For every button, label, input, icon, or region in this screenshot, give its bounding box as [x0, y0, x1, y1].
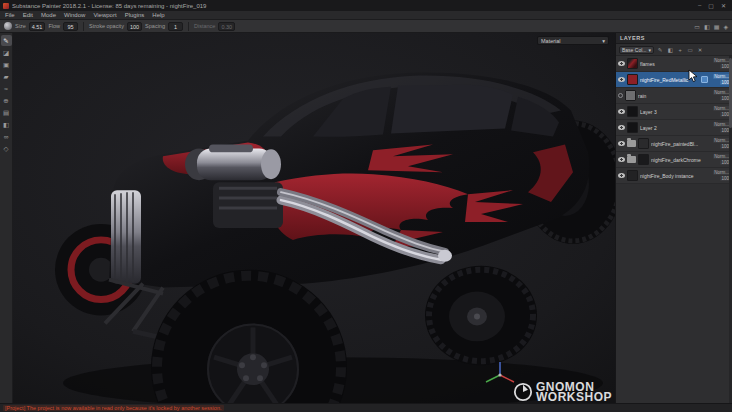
stroke-opacity-label: Stroke opacity [89, 23, 124, 29]
layer-name[interactable]: nightFire_paintedBl... [651, 141, 708, 147]
hotrod-render[interactable] [13, 33, 615, 403]
projection-tool[interactable]: ▣ [1, 59, 12, 70]
quick-mask-icon[interactable]: ◧ [704, 23, 710, 30]
mouse-cursor-icon [688, 69, 700, 83]
visibility-toggle-icon[interactable] [618, 173, 625, 178]
tool-sidebar: ✎ ◪ ▣ ▰ ≈ ⊕ ▤ ◧ ∞ ◇ [0, 33, 13, 403]
layer-name[interactable]: Layer 3 [640, 109, 708, 115]
blend-mode-dropdown[interactable]: Norm... [713, 74, 730, 79]
menu-viewport[interactable]: Viewport [93, 12, 116, 18]
3d-viewport[interactable]: Material ▾ GNOMON WORKSHOP [13, 33, 615, 403]
menu-mode[interactable]: Mode [41, 12, 56, 18]
blend-mode-dropdown[interactable]: Norm... [713, 58, 730, 63]
layer-row-nightfire-body-instance[interactable]: nightFire_Body instance Norm... 100 [616, 168, 732, 184]
flow-input[interactable]: 95 [63, 22, 78, 31]
status-bar: [Project] The project is now available i… [0, 403, 732, 412]
layer-thumbnail[interactable] [638, 154, 649, 165]
layer-thumbnail[interactable] [627, 106, 638, 117]
layer-thumbnail[interactable] [638, 138, 649, 149]
blend-mode-dropdown[interactable]: Norm... [713, 154, 730, 159]
layer-row-rain[interactable]: rain Norm... 100 [616, 88, 732, 104]
smudge-tool[interactable]: ≈ [1, 83, 12, 94]
symmetry-tool[interactable]: ∞ [1, 131, 12, 142]
add-folder-icon[interactable]: ▭ [686, 47, 694, 53]
menu-file[interactable]: File [5, 12, 15, 18]
layer-settings: Norm... 100 [710, 154, 730, 165]
blend-mode-dropdown[interactable]: Norm... [713, 90, 730, 95]
app-icon [3, 3, 9, 9]
camera-icon[interactable]: ◈ [723, 23, 728, 30]
visibility-toggle-icon[interactable] [618, 125, 625, 130]
layer-name[interactable]: Layer 2 [640, 125, 708, 131]
edit-mask-icon[interactable]: ✎ [656, 47, 664, 53]
stencil-icon[interactable]: ▭ [694, 23, 700, 30]
visibility-toggle-icon[interactable] [618, 109, 625, 114]
menu-help[interactable]: Help [152, 12, 164, 18]
size-label: Size [15, 23, 26, 29]
spacing-input[interactable]: 1 [168, 22, 183, 31]
blend-mode-dropdown[interactable]: Norm... [713, 122, 730, 127]
caret-down-icon: ▾ [602, 38, 605, 44]
stroke-opacity-input[interactable]: 100 [127, 22, 142, 31]
layer-row-flames[interactable]: flames Norm... 100 [616, 56, 732, 72]
brush-toolbar: Size 4.51 Flow 95 Stroke opacity 100 Spa… [0, 20, 732, 33]
add-layer-icon[interactable]: + [676, 47, 684, 53]
blend-mode-dropdown[interactable]: Norm... [713, 138, 730, 143]
maximize-button[interactable]: ▢ [708, 2, 714, 9]
polygon-fill-tool[interactable]: ▰ [1, 71, 12, 82]
layer-thumbnail[interactable] [627, 122, 638, 133]
eraser-tool[interactable]: ◪ [1, 47, 12, 58]
channel-dropdown[interactable]: Base Col... ▾ [619, 46, 654, 54]
menu-window[interactable]: Window [64, 12, 85, 18]
perspective-tool[interactable]: ◇ [1, 143, 12, 154]
size-input[interactable]: 4.51 [29, 22, 46, 31]
visibility-toggle-icon[interactable] [618, 157, 625, 162]
layer-name[interactable]: nightFire_darkChrome [651, 157, 708, 163]
layers-panel-toolbar: Base Col... ▾ ✎ ◧ + ▭ ✕ [616, 44, 732, 56]
window-controls: – ▢ ✕ [698, 2, 729, 9]
menu-bar: File Edit Mode Window Viewport Plugins H… [0, 11, 732, 20]
layers-panel: LAYERS Base Col... ▾ ✎ ◧ + ▭ ✕ flames [615, 33, 732, 403]
smudge-icon: ≈ [4, 85, 8, 92]
layer-thumbnail[interactable] [627, 58, 638, 69]
visibility-off-icon[interactable] [618, 93, 623, 98]
display-settings-icon[interactable]: ▦ [714, 23, 720, 30]
projection-icon: ▣ [3, 61, 9, 69]
visibility-toggle-icon[interactable] [618, 61, 625, 66]
layer-row-nightfire-redmetallic[interactable]: nightFire_RedMetallic Norm... 100 [616, 72, 732, 88]
layer-row-nightfire-darkchrome[interactable]: nightFire_darkChrome Norm... 100 [616, 152, 732, 168]
axis-gizmo[interactable] [483, 359, 517, 389]
clone-stamp-icon: ⊕ [3, 97, 8, 105]
gnomon-logo-icon [513, 382, 533, 402]
layer-row-layer-3[interactable]: Layer 3 Norm... 100 [616, 104, 732, 120]
blend-mode-dropdown[interactable]: Norm... [713, 106, 730, 111]
layer-name[interactable]: nightFire_Body instance [640, 173, 708, 179]
layer-row-layer-2[interactable]: Layer 2 Norm... 100 [616, 120, 732, 136]
blend-mode-dropdown[interactable]: Norm... [713, 170, 730, 175]
add-fill-icon[interactable]: ◧ [666, 47, 674, 53]
add-mask-button[interactable] [701, 76, 708, 83]
paint-tool[interactable]: ✎ [1, 35, 12, 46]
layer-thumbnail[interactable] [627, 74, 638, 85]
material-mode-dropdown[interactable]: Material ▾ [537, 36, 609, 45]
visibility-toggle-icon[interactable] [618, 77, 625, 82]
close-button[interactable]: ✕ [721, 2, 726, 9]
clone-tool[interactable]: ⊕ [1, 95, 12, 106]
distance-input[interactable]: 0.30 [218, 22, 235, 31]
layer-thumbnail[interactable] [627, 170, 638, 181]
layer-thumbnail[interactable] [625, 90, 636, 101]
layer-row-nightfire-paintedbl[interactable]: nightFire_paintedBl... Norm... 100 [616, 136, 732, 152]
quick-mask-tool[interactable]: ◧ [1, 119, 12, 130]
visibility-toggle-icon[interactable] [618, 141, 625, 146]
delete-layer-icon[interactable]: ✕ [696, 47, 704, 53]
layer-name[interactable]: rain [638, 93, 708, 99]
menu-plugins[interactable]: Plugins [125, 12, 145, 18]
minimize-button[interactable]: – [698, 2, 701, 9]
layer-name[interactable]: flames [640, 61, 708, 67]
brush-preview-icon[interactable] [4, 22, 12, 30]
menu-edit[interactable]: Edit [23, 12, 33, 18]
polygon-fill-icon: ▰ [4, 73, 9, 81]
material-picker-tool[interactable]: ▤ [1, 107, 12, 118]
folder-icon [627, 140, 636, 147]
title-bar: Substance Painter 2018.2.1 - License: 85… [0, 0, 732, 11]
